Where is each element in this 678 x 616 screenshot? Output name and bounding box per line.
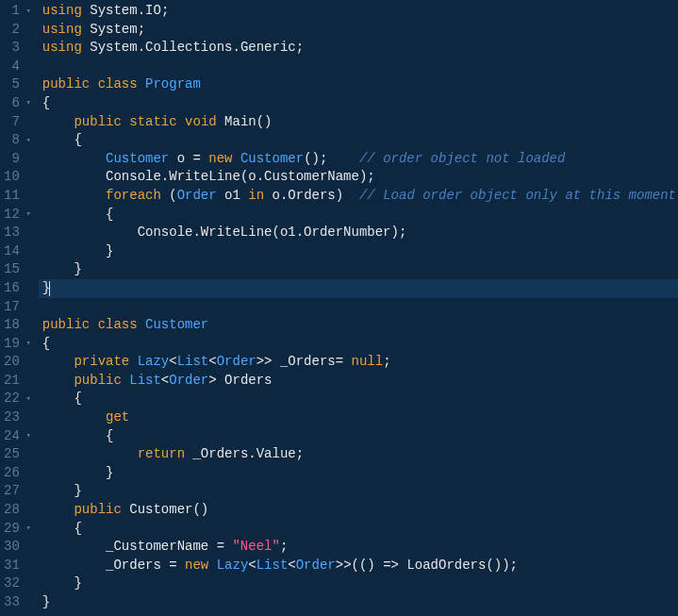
token-kw: class	[98, 316, 138, 335]
token-txt	[264, 187, 272, 206]
token-txt	[42, 520, 74, 539]
code-line[interactable]: }	[39, 574, 678, 593]
fold-indicator-icon[interactable]: ▾	[24, 6, 31, 18]
token-txt	[161, 557, 169, 575]
token-cls: Collections	[145, 39, 232, 58]
fold-indicator-icon[interactable]: ▾	[24, 393, 31, 406]
code-line[interactable]: }	[39, 260, 678, 279]
fold-indicator-icon[interactable]: ▾	[24, 208, 31, 221]
fold-indicator-icon[interactable]: ▾	[24, 135, 31, 147]
code-line[interactable]: }	[39, 464, 678, 483]
line-number: 20	[4, 353, 31, 372]
token-txt	[201, 150, 208, 169]
token-punct: ()	[256, 113, 273, 132]
token-id: OrderNumber	[304, 224, 390, 242]
token-mtd: Main	[224, 113, 256, 132]
token-txt	[42, 168, 106, 187]
line-number: 13	[4, 224, 31, 242]
fold-indicator-icon[interactable]: ▾	[24, 97, 31, 109]
token-punct: <	[288, 557, 295, 575]
token-type: Lazy	[217, 557, 249, 575]
code-line[interactable]: {	[39, 206, 678, 225]
code-line[interactable]: _Orders = new Lazy<List<Order>>(() => Lo…	[39, 557, 678, 575]
token-txt	[217, 113, 224, 132]
token-id: _Orders	[192, 445, 248, 464]
fold-indicator-icon[interactable]: ▾	[24, 338, 31, 350]
token-txt	[42, 408, 106, 427]
line-number: 30	[4, 538, 31, 557]
token-txt	[42, 390, 74, 408]
code-line[interactable]	[39, 298, 678, 317]
token-txt	[273, 353, 280, 372]
token-id: o	[248, 168, 256, 187]
token-punct: ();	[304, 150, 327, 169]
token-type: List	[129, 372, 161, 391]
line-number: 12▾	[4, 206, 31, 225]
token-punct: {	[42, 94, 50, 113]
code-line[interactable]: {	[39, 427, 678, 446]
code-line[interactable]: {	[39, 390, 678, 408]
code-line[interactable]: public static void Main()	[39, 113, 678, 132]
code-area[interactable]: using System.IO;using System;using Syste…	[39, 0, 678, 616]
line-number: 16	[4, 279, 31, 298]
token-punct: {	[74, 131, 81, 150]
token-punct: >>	[256, 353, 273, 372]
token-punct: .	[232, 39, 240, 58]
code-line[interactable]: foreach (Order o1 in o.Orders) // Load o…	[39, 187, 678, 206]
code-line[interactable]: {	[39, 335, 678, 354]
line-number: 26	[4, 464, 31, 483]
token-txt	[42, 113, 74, 132]
token-id: Value	[256, 445, 296, 464]
token-txt	[208, 557, 216, 575]
code-line[interactable]: public class Customer	[39, 316, 678, 335]
token-id: o	[273, 187, 280, 206]
code-line[interactable]: {	[39, 520, 678, 539]
token-mtd: Customer	[129, 501, 192, 520]
code-line[interactable]	[39, 58, 678, 76]
fold-indicator-icon[interactable]: ▾	[24, 430, 31, 442]
token-cls: Console	[106, 168, 161, 187]
code-line[interactable]: private Lazy<List<Order>> _Orders= null;	[39, 353, 678, 372]
code-line[interactable]: {	[39, 131, 678, 150]
token-txt	[42, 353, 74, 372]
token-punct: >>	[336, 557, 352, 575]
token-txt	[42, 445, 138, 464]
code-line[interactable]: {	[39, 94, 678, 113]
token-type: List	[177, 353, 209, 372]
code-line[interactable]: using System.Collections.Generic;	[39, 39, 678, 58]
code-line[interactable]: using System;	[39, 21, 678, 40]
token-punct: =>	[383, 557, 399, 575]
code-editor[interactable]: 1▾23456▾78▾9101112▾13141516171819▾202122…	[0, 0, 678, 616]
token-type: List	[256, 557, 289, 575]
token-cmt: // Load order object only at this moment	[359, 187, 676, 206]
line-number: 4	[4, 58, 31, 76]
code-line[interactable]: }	[39, 242, 678, 261]
line-number: 9	[4, 150, 31, 169]
line-number: 11	[4, 187, 31, 206]
code-line[interactable]: public List<Order> Orders	[39, 372, 678, 391]
code-line[interactable]: }	[39, 279, 678, 298]
token-txt	[122, 113, 129, 132]
text-cursor	[49, 281, 50, 296]
code-line[interactable]: public Customer()	[39, 501, 678, 520]
token-id: _Orders	[280, 353, 336, 372]
code-line[interactable]: return _Orders.Value;	[39, 445, 678, 464]
code-line[interactable]: }	[39, 593, 678, 612]
token-kw: public	[74, 113, 121, 132]
line-number: 19▾	[4, 335, 31, 354]
fold-indicator-icon[interactable]: ▾	[24, 523, 31, 535]
code-line[interactable]: }	[39, 482, 678, 501]
code-line[interactable]: Customer o = new Customer(); // order ob…	[39, 150, 678, 169]
code-line[interactable]: get	[39, 408, 678, 427]
code-line[interactable]: public class Program	[39, 75, 678, 94]
code-line[interactable]: Console.WriteLine(o1.OrderNumber);	[39, 224, 678, 242]
token-type: Order	[217, 353, 256, 372]
token-punct: .	[138, 2, 145, 21]
token-mtd: WriteLine	[169, 168, 240, 187]
code-line[interactable]: Console.WriteLine(o.CustomerName);	[39, 168, 678, 187]
code-line[interactable]: _CustomerName = "Neel";	[39, 538, 678, 557]
code-line[interactable]: using System.IO;	[39, 2, 678, 21]
token-txt	[90, 75, 97, 94]
token-txt	[42, 372, 74, 391]
line-number: 25	[4, 445, 31, 464]
